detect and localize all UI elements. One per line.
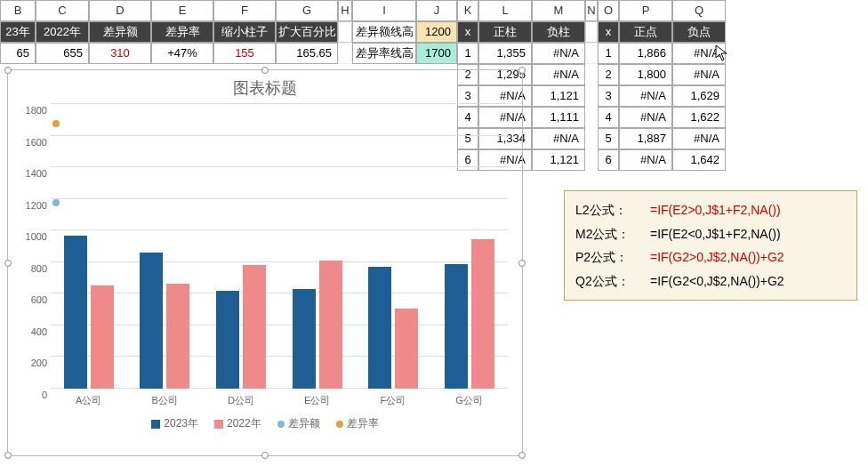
ytick-200: 200 <box>15 358 47 368</box>
cell-O3[interactable]: 2 <box>598 64 619 85</box>
hdr-I[interactable]: 差异额线高 <box>352 21 416 43</box>
cell-M6[interactable]: #N/A <box>532 128 585 149</box>
bar-s2-4[interactable] <box>395 309 418 389</box>
hdr-M[interactable]: 负柱 <box>532 21 585 43</box>
bar-s2-1[interactable] <box>166 284 189 389</box>
cell-Q2[interactable]: #N/A <box>672 43 726 64</box>
cell-O2[interactable]: 1 <box>598 43 619 64</box>
col-header-K[interactable]: K <box>457 0 478 21</box>
hdr-F[interactable]: 缩小柱子 <box>213 21 276 43</box>
formula-line-1: M2公式：=IF(E2<0,J$1+F2,NA()) <box>575 222 846 246</box>
cell-N2[interactable] <box>585 43 598 64</box>
cell-B2[interactable]: 65 <box>0 43 36 64</box>
hdr-O[interactable]: x <box>598 21 619 43</box>
xlabel-3: E公司 <box>304 394 330 407</box>
hdr-L[interactable]: 正柱 <box>478 21 532 43</box>
cell-M5[interactable]: 1,111 <box>532 107 585 128</box>
col-header-L[interactable]: L <box>478 0 532 21</box>
col-header-I[interactable]: I <box>352 0 416 21</box>
chart-title[interactable]: 图表标题 <box>8 70 522 104</box>
xlabel-0: A公司 <box>76 394 101 407</box>
col-header-P[interactable]: P <box>619 0 672 21</box>
col-header-E[interactable]: E <box>151 0 213 21</box>
hdr-C[interactable]: 2022年 <box>36 21 89 43</box>
bar-s1-0[interactable] <box>64 236 87 389</box>
cell-Q3[interactable]: #N/A <box>672 64 726 85</box>
bar-group-3[interactable] <box>293 261 342 389</box>
ytick-1200: 1200 <box>15 200 47 211</box>
bar-s2-5[interactable] <box>471 239 494 389</box>
cell-M3[interactable]: #N/A <box>532 64 585 85</box>
bar-group-0[interactable] <box>64 236 114 389</box>
col-header-M[interactable]: M <box>532 0 585 21</box>
cell-J2[interactable]: 1700 <box>416 43 457 64</box>
cell-L2[interactable]: 1,355 <box>478 43 532 64</box>
col-header-B[interactable]: B <box>0 0 36 21</box>
cell-Q7[interactable]: 1,642 <box>672 149 726 171</box>
bar-s1-4[interactable] <box>368 267 391 389</box>
chart-plot-area[interactable]: 020040060080010001200140016001800 <box>51 104 508 389</box>
cell-C2[interactable]: 655 <box>36 43 89 64</box>
bar-s2-3[interactable] <box>319 261 342 389</box>
col-header-G[interactable]: G <box>276 0 338 21</box>
cell-P4[interactable]: #N/A <box>619 85 672 107</box>
cell-G2[interactable]: 165.65 <box>276 43 338 64</box>
chart-container[interactable]: 图表标题 020040060080010001200140016001800 A… <box>7 69 523 456</box>
cell-K2[interactable]: 1 <box>457 43 478 64</box>
cell-O7[interactable]: 6 <box>598 149 619 171</box>
cell-Q5[interactable]: 1,622 <box>672 107 726 128</box>
cell-P5[interactable]: #N/A <box>619 107 672 128</box>
bar-s1-5[interactable] <box>445 264 468 389</box>
bar-s1-2[interactable] <box>216 291 239 389</box>
bar-s1-3[interactable] <box>293 289 316 389</box>
cell-P7[interactable]: #N/A <box>619 149 672 171</box>
formula-note-box: L2公式：=IF(E2>0,J$1+F2,NA())M2公式：=IF(E2<0,… <box>564 190 857 301</box>
cell-P2[interactable]: 1,866 <box>619 43 672 64</box>
cell-E2[interactable]: +47% <box>151 43 213 64</box>
cell-Q4[interactable]: 1,629 <box>672 85 726 107</box>
cell-H2[interactable] <box>338 43 352 64</box>
col-header-Q[interactable]: Q <box>672 0 726 21</box>
cell-M4[interactable]: 1,121 <box>532 85 585 107</box>
ytick-400: 400 <box>15 326 47 337</box>
bar-group-1[interactable] <box>140 253 189 389</box>
cell-M7[interactable]: 1,121 <box>532 149 585 171</box>
cell-P6[interactable]: 1,887 <box>619 128 672 149</box>
hdr-K[interactable]: x <box>457 21 478 43</box>
bar-group-5[interactable] <box>445 239 494 389</box>
cell-I2[interactable]: 差异率线高 <box>352 43 416 64</box>
bar-group-4[interactable] <box>368 267 418 389</box>
hdr-D[interactable]: 差异额 <box>89 21 151 43</box>
col-header-O[interactable]: O <box>598 0 619 21</box>
col-header-N[interactable]: N <box>585 0 598 21</box>
cell-F2[interactable]: 155 <box>213 43 276 64</box>
hdr-J[interactable]: 1200 <box>416 21 457 43</box>
hdr-G[interactable]: 扩大百分比 <box>276 21 338 43</box>
hdr-B[interactable]: 23年 <box>0 21 36 43</box>
hdr-E[interactable]: 差异率 <box>151 21 213 43</box>
cell-D2[interactable]: 310 <box>89 43 151 64</box>
formula-line-0: L2公式：=IF(E2>0,J$1+F2,NA()) <box>575 198 846 222</box>
chart-legend[interactable]: 2023年 2022年 差异额 差异率 <box>8 416 522 431</box>
bar-s2-2[interactable] <box>243 265 266 389</box>
col-header-J[interactable]: J <box>416 0 457 21</box>
hdr-Q[interactable]: 负点 <box>672 21 726 43</box>
cell-Q6[interactable]: #N/A <box>672 128 726 149</box>
xlabel-5: G公司 <box>455 394 483 407</box>
cell-O6[interactable]: 5 <box>598 128 619 149</box>
cell-M2[interactable]: #N/A <box>532 43 585 64</box>
col-header-C[interactable]: C <box>36 0 89 21</box>
bar-group-2[interactable] <box>216 265 266 389</box>
hdr-H[interactable] <box>338 21 352 43</box>
cell-O5[interactable]: 4 <box>598 107 619 128</box>
hdr-P[interactable]: 正点 <box>619 21 672 43</box>
cell-O4[interactable]: 3 <box>598 85 619 107</box>
hdr-N[interactable] <box>585 21 598 43</box>
cell-P3[interactable]: 1,800 <box>619 64 672 85</box>
col-header-D[interactable]: D <box>89 0 151 21</box>
bar-s1-1[interactable] <box>140 253 163 389</box>
col-header-F[interactable]: F <box>213 0 276 21</box>
bar-s2-0[interactable] <box>91 285 114 389</box>
ytick-600: 600 <box>15 294 47 305</box>
col-header-H[interactable]: H <box>338 0 352 21</box>
